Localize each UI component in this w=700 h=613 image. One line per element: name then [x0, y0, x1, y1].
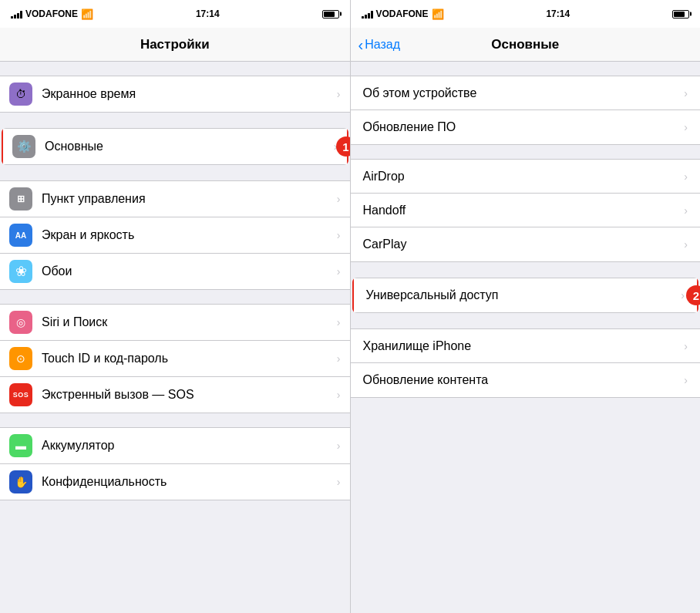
about-label: Об этом устройстве: [363, 86, 681, 100]
sidebar-item-sos[interactable]: SOS Экстренный вызов — SOS ›: [0, 377, 350, 413]
chevron-right-icon: ›: [337, 229, 341, 241]
battery-icon: [322, 10, 339, 19]
battery-label: Аккумулятор: [42, 439, 334, 453]
chevron-right-icon: ›: [337, 316, 341, 328]
control-center-label: Пункт управления: [42, 192, 334, 206]
sos-label: Экстренный вызов — SOS: [42, 388, 334, 402]
right-settings-list: Об этом устройстве › Обновление ПО › Air…: [351, 62, 701, 613]
section-airdrop-group: AirDrop › Handoff › CarPlay ›: [351, 159, 701, 262]
sidebar-item-siri[interactable]: ◎ Siri и Поиск ›: [0, 305, 350, 341]
general-label: Основные: [45, 140, 331, 153]
chevron-right-icon: ›: [684, 121, 688, 133]
right-nav-title: Основные: [491, 37, 559, 52]
back-button[interactable]: ‹ Назад: [358, 37, 401, 52]
settings-item-content-update[interactable]: Обновление контента ›: [351, 363, 701, 397]
sidebar-item-control-center[interactable]: ⊞ Пункт управления ›: [0, 181, 350, 217]
settings-item-handoff[interactable]: Handoff ›: [351, 194, 701, 227]
right-status-bar: VODAFONE 📶 17:14: [351, 0, 701, 28]
left-status-bar: VODAFONE 📶 17:14: [0, 0, 350, 28]
left-nav-title: Настройки: [140, 37, 210, 52]
battery-area: [672, 10, 689, 19]
screen-time-icon: ⏱: [9, 83, 32, 106]
settings-item-carplay[interactable]: CarPlay ›: [351, 227, 701, 261]
wallpaper-label: Обои: [42, 264, 334, 278]
general-icon: ⚙️: [12, 135, 35, 158]
chevron-right-icon: ›: [337, 476, 341, 488]
siri-icon: ◎: [9, 311, 32, 334]
settings-item-about[interactable]: Об этом устройстве ›: [351, 76, 701, 110]
sidebar-item-touchid[interactable]: ⊙ Touch ID и код-пароль ›: [0, 341, 350, 377]
chevron-right-icon: ›: [684, 238, 688, 251]
display-icon: AA: [9, 224, 32, 247]
chevron-right-icon: ›: [684, 170, 688, 183]
carrier-label: VODAFONE: [25, 8, 78, 19]
wifi-icon: 📶: [432, 8, 444, 20]
settings-item-airdrop[interactable]: AirDrop ›: [351, 160, 701, 194]
signal-icon: [11, 9, 22, 19]
back-label: Назад: [365, 38, 400, 52]
sidebar-item-wallpaper[interactable]: ❀ Обои ›: [0, 254, 350, 289]
chevron-right-icon: ›: [684, 87, 688, 99]
sidebar-item-battery[interactable]: ▬ Аккумулятор ›: [0, 428, 350, 464]
left-panel: VODAFONE 📶 17:14 Настройки ⏱ Экранное вр…: [0, 0, 350, 613]
battery-area: [322, 10, 339, 19]
chevron-right-icon: ›: [337, 389, 341, 401]
control-center-icon: ⊞: [9, 187, 32, 211]
privacy-icon: ✋: [9, 470, 32, 493]
sidebar-item-privacy[interactable]: ✋ Конфиденциальность ›: [0, 464, 350, 500]
display-label: Экран и яркость: [42, 228, 334, 242]
content-update-label: Обновление контента: [363, 373, 681, 387]
settings-item-storage[interactable]: Хранилище iPhone ›: [351, 329, 701, 363]
battery-icon: [672, 10, 689, 19]
sos-icon: SOS: [9, 383, 32, 406]
chevron-right-icon: ›: [681, 289, 685, 301]
settings-item-update[interactable]: Обновление ПО ›: [351, 110, 701, 144]
sidebar-item-screen-time[interactable]: ⏱ Экранное время ›: [0, 76, 350, 112]
section-storage-group: Хранилище iPhone › Обновление контента ›: [351, 328, 701, 398]
handoff-label: Handoff: [363, 204, 681, 217]
sidebar-item-display[interactable]: AA Экран и яркость ›: [0, 217, 350, 254]
airdrop-label: AirDrop: [363, 170, 681, 184]
section-screen-time: ⏱ Экранное время ›: [0, 76, 350, 113]
touchid-icon: ⊙: [9, 347, 32, 370]
carrier-label: VODAFONE: [376, 8, 429, 19]
time-label: 17:14: [546, 8, 570, 19]
update-label: Обновление ПО: [363, 120, 681, 134]
chevron-right-icon: ›: [337, 352, 341, 365]
screen-time-label: Экранное время: [42, 87, 334, 101]
section-general: ⚙️ Основные ›: [2, 128, 348, 165]
section-about-group: Об этом устройстве › Обновление ПО ›: [351, 76, 701, 145]
section-accessibility: Универсальный доступ ›: [352, 278, 699, 313]
chevron-right-icon: ›: [684, 374, 688, 386]
chevron-right-icon: ›: [337, 265, 341, 278]
right-nav-bar: ‹ Назад Основные: [351, 28, 701, 62]
section-battery-group: ▬ Аккумулятор › ✋ Конфиденциальность ›: [0, 427, 350, 500]
section-display-group: ⊞ Пункт управления › AA Экран и яркость …: [0, 180, 350, 290]
settings-item-accessibility[interactable]: Универсальный доступ ›: [354, 278, 698, 312]
battery-list-icon: ▬: [9, 434, 32, 457]
section-siri-group: ◎ Siri и Поиск › ⊙ Touch ID и код-пароль…: [0, 304, 350, 413]
carplay-label: CarPlay: [363, 237, 681, 251]
left-nav-bar: Настройки: [0, 28, 350, 62]
left-settings-list: ⏱ Экранное время › ⚙️ Основные › 1 ⊞ Пун…: [0, 62, 350, 613]
signal-icon: [362, 9, 373, 19]
touchid-label: Touch ID и код-пароль: [42, 352, 334, 365]
back-chevron-icon: ‹: [358, 37, 364, 52]
chevron-right-icon: ›: [337, 193, 341, 205]
chevron-right-icon: ›: [337, 88, 341, 100]
time-label: 17:14: [196, 8, 220, 19]
chevron-right-icon: ›: [337, 440, 341, 452]
siri-label: Siri и Поиск: [42, 315, 334, 329]
accessibility-label: Универсальный доступ: [366, 288, 678, 302]
sidebar-item-general[interactable]: ⚙️ Основные ›: [3, 129, 347, 164]
storage-label: Хранилище iPhone: [363, 339, 681, 353]
wallpaper-icon: ❀: [9, 260, 32, 283]
right-panel: VODAFONE 📶 17:14 ‹ Назад Основные Об это…: [351, 0, 701, 613]
chevron-right-icon: ›: [684, 204, 688, 217]
privacy-label: Конфиденциальность: [42, 475, 334, 489]
chevron-right-icon: ›: [684, 340, 688, 352]
wifi-icon: 📶: [81, 8, 93, 20]
